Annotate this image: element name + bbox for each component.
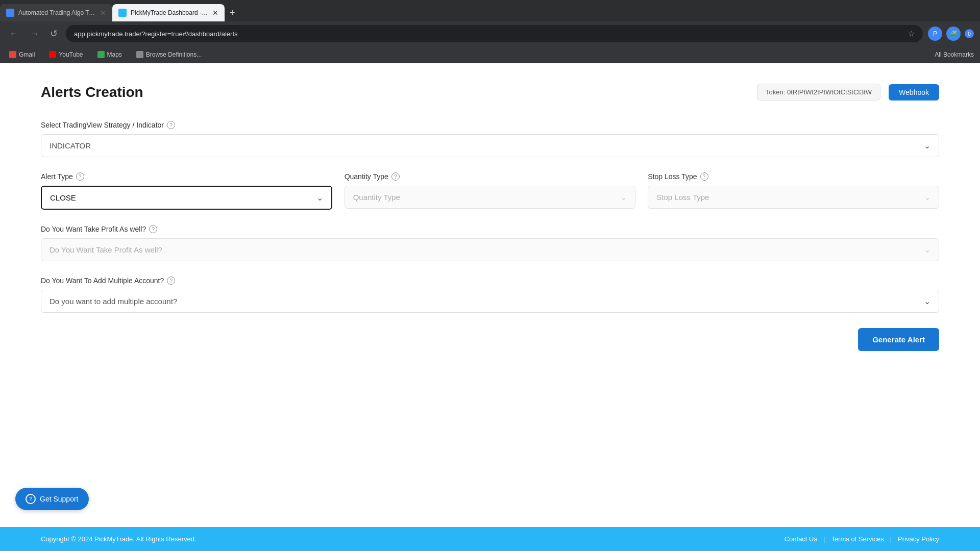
youtube-label: YouTube: [59, 51, 83, 58]
strategy-help-icon[interactable]: ?: [167, 121, 175, 129]
profile-icon[interactable]: P: [928, 27, 942, 41]
stop-loss-help-icon[interactable]: ?: [700, 172, 708, 181]
take-profit-help-icon[interactable]: ?: [149, 225, 157, 233]
bookmark-browse[interactable]: Browse Definitions...: [133, 50, 205, 59]
take-profit-section: Do You Want Take Profit As well? ? Do Yo…: [41, 225, 939, 261]
page-title: Alerts Creation: [41, 84, 143, 101]
stop-loss-chevron-icon: ⌄: [924, 192, 930, 202]
contact-link[interactable]: Contact Us: [785, 535, 817, 543]
youtube-favicon: [49, 51, 56, 58]
strategy-label: Select TradingView Strategy / Indicator: [41, 121, 164, 129]
stop-loss-label: Stop Loss Type: [648, 172, 697, 181]
strategy-dropdown[interactable]: INDICATOR ⌄: [41, 134, 939, 157]
take-profit-placeholder: Do You Want Take Profit As well?: [50, 245, 162, 254]
notification-badge[interactable]: 0: [965, 29, 974, 38]
tab-1-title: Automated Trading Algo Tradi...: [18, 9, 96, 16]
alert-type-dropdown[interactable]: CLOSE ⌄: [41, 186, 332, 210]
footer-sep-2: |: [890, 535, 892, 543]
copyright: Copyright © 2024 PickMyTrade. All Rights…: [41, 535, 197, 543]
footer-links: Contact Us | Terms of Services | Privacy…: [785, 535, 939, 543]
tab-1-favicon: [6, 9, 14, 17]
quantity-type-help-icon[interactable]: ?: [391, 172, 400, 181]
tab-1[interactable]: Automated Trading Algo Tradi... ✕: [0, 4, 112, 21]
take-profit-label-row: Do You Want Take Profit As well? ?: [41, 225, 939, 233]
alert-type-chevron-icon: ⌄: [316, 193, 323, 203]
quantity-type-label: Quantity Type: [345, 172, 388, 181]
quantity-type-dropdown[interactable]: Quantity Type ⌄: [345, 186, 636, 209]
quantity-type-section: Quantity Type ? Quantity Type ⌄: [345, 172, 636, 210]
privacy-link[interactable]: Privacy Policy: [898, 535, 939, 543]
tab-2-favicon: [118, 9, 127, 17]
get-support-button[interactable]: ? Get Support: [15, 488, 89, 510]
token-display: Token: 0tRtPtWt2tPtWtOtCtStCt3tW: [757, 84, 880, 101]
generate-btn-row: Generate Alert: [41, 328, 939, 351]
reload-button[interactable]: ↺: [47, 26, 61, 41]
quantity-type-placeholder: Quantity Type: [353, 193, 400, 202]
footer: Copyright © 2024 PickMyTrade. All Rights…: [0, 527, 980, 551]
terms-link[interactable]: Terms of Services: [831, 535, 884, 543]
page-content: Alerts Creation Token: 0tRtPtWt2tPtWtOtC…: [0, 63, 980, 551]
quantity-type-label-row: Quantity Type ?: [345, 172, 636, 181]
alert-type-label: Alert Type: [41, 172, 73, 181]
tab-2-title: PickMyTrade Dashboard - Man...: [131, 9, 208, 16]
alert-type-help-icon[interactable]: ?: [76, 172, 84, 181]
bookmark-star-icon[interactable]: ☆: [908, 29, 915, 38]
header-right: Token: 0tRtPtWt2tPtWtOtCtStCt3tW Webhook: [757, 84, 939, 101]
multiple-account-label: Do You Want To Add Multiple Account?: [41, 277, 164, 285]
forward-button[interactable]: →: [27, 27, 42, 41]
alert-type-section: Alert Type ? CLOSE ⌄: [41, 172, 332, 210]
browse-label: Browse Definitions...: [146, 51, 202, 58]
generate-alert-button[interactable]: Generate Alert: [858, 328, 939, 351]
multiple-account-section: Do You Want To Add Multiple Account? ? D…: [41, 277, 939, 313]
strategy-chevron-icon: ⌄: [924, 141, 930, 151]
multiple-account-dropdown[interactable]: Do you want to add multiple account? ⌄: [41, 290, 939, 313]
stop-loss-type-section: Stop Loss Type ? Stop Loss Type ⌄: [648, 172, 939, 210]
quantity-type-chevron-icon: ⌄: [620, 192, 627, 202]
tab-1-close[interactable]: ✕: [100, 9, 106, 16]
back-button[interactable]: ←: [6, 27, 21, 41]
all-bookmarks[interactable]: All Bookmarks: [935, 51, 974, 58]
webhook-button[interactable]: Webhook: [889, 84, 939, 101]
profile-area: P 🧩 0: [928, 27, 974, 41]
stop-loss-placeholder: Stop Loss Type: [656, 193, 709, 202]
bookmarks-bar: Gmail YouTube Maps Browse Definitions...…: [0, 46, 980, 63]
take-profit-label: Do You Want Take Profit As well?: [41, 225, 146, 233]
omnibar-row: ← → ↺ app.pickmytrade.trade/?register=tr…: [0, 21, 980, 46]
support-icon: ?: [26, 494, 36, 504]
gmail-label: Gmail: [19, 51, 35, 58]
maps-favicon: [97, 51, 105, 58]
footer-sep-1: |: [823, 535, 825, 543]
multiple-account-placeholder: Do you want to add multiple account?: [50, 297, 177, 306]
address-bar[interactable]: app.pickmytrade.trade/?register=true#/da…: [66, 25, 923, 42]
extensions-icon[interactable]: 🧩: [946, 27, 961, 41]
multiple-account-help-icon[interactable]: ?: [167, 277, 175, 285]
tab-2[interactable]: PickMyTrade Dashboard - Man... ✕: [112, 4, 225, 21]
maps-label: Maps: [107, 51, 122, 58]
three-col-row: Alert Type ? CLOSE ⌄ Quantity Type ?: [41, 172, 939, 210]
url-display: app.pickmytrade.trade/?register=true#/da…: [74, 30, 904, 38]
alert-type-label-row: Alert Type ?: [41, 172, 332, 181]
stop-loss-label-row: Stop Loss Type ?: [648, 172, 939, 181]
support-label: Get Support: [40, 495, 79, 503]
new-tab-button[interactable]: +: [225, 8, 240, 18]
tab-2-close[interactable]: ✕: [212, 9, 218, 16]
all-bookmarks-label: All Bookmarks: [935, 51, 974, 58]
bookmark-youtube[interactable]: YouTube: [46, 50, 86, 59]
strategy-label-row: Select TradingView Strategy / Indicator …: [41, 121, 939, 129]
bookmark-gmail[interactable]: Gmail: [6, 50, 38, 59]
alert-type-value: CLOSE: [50, 193, 76, 202]
strategy-section: Select TradingView Strategy / Indicator …: [41, 121, 939, 157]
take-profit-dropdown[interactable]: Do You Want Take Profit As well? ⌄: [41, 238, 939, 261]
page-header: Alerts Creation Token: 0tRtPtWt2tPtWtOtC…: [41, 84, 939, 101]
browse-favicon: [136, 51, 143, 58]
multiple-account-chevron-icon: ⌄: [924, 296, 930, 306]
tab-bar: Automated Trading Algo Tradi... ✕ PickMy…: [0, 0, 980, 21]
main-area: Alerts Creation Token: 0tRtPtWt2tPtWtOtC…: [0, 63, 980, 527]
gmail-favicon: [9, 51, 16, 58]
bookmark-maps[interactable]: Maps: [94, 50, 125, 59]
take-profit-chevron-icon: ⌄: [924, 245, 930, 255]
stop-loss-type-dropdown[interactable]: Stop Loss Type ⌄: [648, 186, 939, 209]
multiple-account-label-row: Do You Want To Add Multiple Account? ?: [41, 277, 939, 285]
strategy-value: INDICATOR: [50, 141, 91, 150]
